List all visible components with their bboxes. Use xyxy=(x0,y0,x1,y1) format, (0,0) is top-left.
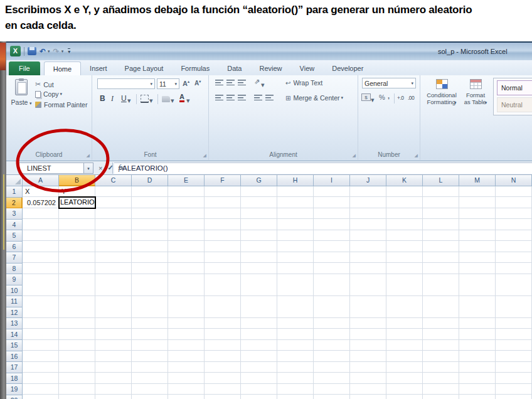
row-header-14[interactable]: 14 xyxy=(6,329,23,341)
row-header-18[interactable]: 18 xyxy=(6,373,23,385)
column-header-e[interactable]: E xyxy=(168,175,205,186)
fill-color-icon[interactable] xyxy=(162,96,170,102)
increase-decimal-button[interactable]: +.0 xyxy=(397,95,404,101)
column-header-i[interactable]: I xyxy=(314,175,350,186)
merge-center-button[interactable]: ⊞ Merge & Center ▾ xyxy=(285,94,343,102)
column-header-l[interactable]: L xyxy=(423,175,459,186)
cell-a1[interactable]: X xyxy=(23,186,58,198)
tab-page-layout[interactable]: Page Layout xyxy=(116,61,173,75)
cancel-button[interactable]: × xyxy=(98,164,102,172)
row-header-5[interactable]: 5 xyxy=(6,230,23,242)
chevron-down-icon[interactable]: ▾ xyxy=(186,97,190,105)
customize-quick-access-icon[interactable]: ▾ xyxy=(68,48,70,55)
align-left-icon[interactable] xyxy=(215,95,223,100)
number-format-combo[interactable]: General ▾ xyxy=(362,78,416,88)
dialog-launcher-icon[interactable]: ◢ xyxy=(353,153,356,158)
cell-a2[interactable]: 0.057202 xyxy=(23,198,58,209)
cell-b1[interactable]: Y xyxy=(59,186,95,198)
tab-review[interactable]: Review xyxy=(250,61,290,75)
insert-function-button[interactable]: fx xyxy=(119,163,124,173)
row-header-15[interactable]: 15 xyxy=(6,340,23,351)
chevron-down-icon[interactable]: ▾ xyxy=(149,97,153,105)
column-header-d[interactable]: D xyxy=(132,175,168,186)
paste-button[interactable]: Paste ▾ xyxy=(10,78,33,117)
tab-formulas[interactable]: Formulas xyxy=(172,61,218,75)
row-header-12[interactable]: 12 xyxy=(6,307,23,319)
undo-dropdown-icon[interactable]: ▾ xyxy=(48,49,50,54)
row-header-19[interactable]: 19 xyxy=(6,384,23,395)
tab-data[interactable]: Data xyxy=(218,61,250,75)
row-header-9[interactable]: 9 xyxy=(6,274,23,285)
style-normal[interactable]: Normal xyxy=(497,80,532,95)
comma-button[interactable]: , xyxy=(388,92,390,100)
format-as-table-button[interactable]: Format as Table▾ xyxy=(460,78,491,106)
chevron-down-icon[interactable]: ▾ xyxy=(261,81,265,89)
column-header-m[interactable]: M xyxy=(459,175,496,186)
name-box[interactable]: LINEST xyxy=(19,162,84,174)
underline-button[interactable]: U xyxy=(121,94,127,103)
row-header-3[interactable]: 3 xyxy=(6,208,23,220)
row-header-16[interactable]: 16 xyxy=(6,351,23,363)
style-neutral[interactable]: Neutral xyxy=(497,97,532,112)
save-icon[interactable] xyxy=(28,47,36,55)
tab-file[interactable]: File xyxy=(9,61,40,75)
row-header-17[interactable]: 17 xyxy=(6,362,23,373)
row-header-11[interactable]: 11 xyxy=(6,296,23,307)
copy-button[interactable]: Copy ▾ xyxy=(35,90,62,98)
tab-view[interactable]: View xyxy=(291,61,324,75)
excel-logo-icon[interactable]: X xyxy=(10,46,21,56)
enter-button[interactable]: ✓ xyxy=(107,164,113,172)
align-top-icon[interactable] xyxy=(215,80,223,85)
align-bottom-icon[interactable] xyxy=(238,80,246,85)
column-header-a[interactable]: A xyxy=(23,175,59,186)
column-header-f[interactable]: F xyxy=(205,175,241,186)
wrap-text-button[interactable]: ↩ Wrap Text xyxy=(285,79,322,87)
font-name-combo[interactable]: ▾ xyxy=(97,78,155,89)
edit-cell-b2[interactable]: LEATORIO( xyxy=(58,196,96,209)
select-all-corner[interactable] xyxy=(6,175,23,186)
row-header-20[interactable]: 20 xyxy=(6,395,23,399)
chevron-down-icon[interactable]: ▾ xyxy=(171,97,174,105)
borders-icon[interactable] xyxy=(141,95,149,103)
column-header-n[interactable]: N xyxy=(496,175,532,186)
dialog-launcher-icon[interactable]: ◢ xyxy=(203,153,206,158)
tab-insert[interactable]: Insert xyxy=(81,61,116,75)
redo-icon[interactable]: ↷ xyxy=(53,47,60,56)
increase-indent-icon[interactable] xyxy=(265,95,274,100)
shrink-font-icon[interactable]: A▾ xyxy=(194,79,201,87)
accounting-format-icon[interactable]: $ xyxy=(361,93,371,101)
conditional-formatting-button[interactable]: Conditional Formatting▾ xyxy=(425,78,458,106)
decrease-indent-icon[interactable] xyxy=(254,95,262,100)
row-header-4[interactable]: 4 xyxy=(6,220,23,231)
row-header-7[interactable]: 7 xyxy=(6,252,23,263)
grow-font-icon[interactable]: A▴ xyxy=(183,79,189,87)
undo-icon[interactable]: ↶ xyxy=(40,47,46,56)
row-header-6[interactable]: 6 xyxy=(6,242,23,253)
row-header-2[interactable]: 2 xyxy=(6,198,23,209)
align-middle-icon[interactable] xyxy=(226,80,235,85)
tab-home[interactable]: Home xyxy=(44,61,81,75)
italic-button[interactable]: I xyxy=(111,94,114,104)
column-header-b[interactable]: B xyxy=(59,175,95,186)
row-header-1[interactable]: 1 xyxy=(6,186,23,198)
redo-dropdown-icon[interactable]: ▾ xyxy=(61,49,64,54)
percent-button[interactable]: % xyxy=(379,93,385,101)
dialog-launcher-icon[interactable]: ◢ xyxy=(87,153,90,158)
cut-button[interactable]: ✂ Cut xyxy=(35,80,54,88)
row-header-10[interactable]: 10 xyxy=(6,285,23,297)
formula-input[interactable]: =ALEATORIO() xyxy=(114,162,532,174)
orientation-icon[interactable]: ⇗ xyxy=(254,78,260,86)
dialog-launcher-icon[interactable]: ◢ xyxy=(415,153,418,158)
column-header-g[interactable]: G xyxy=(241,175,277,186)
font-color-icon[interactable]: A xyxy=(179,93,184,102)
name-box-dropdown-icon[interactable]: ▾ xyxy=(84,162,93,174)
chevron-down-icon[interactable]: ▾ xyxy=(371,96,375,104)
column-header-c[interactable]: C xyxy=(95,175,132,186)
column-header-h[interactable]: H xyxy=(277,175,314,186)
column-header-j[interactable]: J xyxy=(350,175,386,186)
font-size-combo[interactable]: 11 ▾ xyxy=(157,78,179,89)
row-header-13[interactable]: 13 xyxy=(6,318,23,329)
tab-developer[interactable]: Developer xyxy=(323,61,372,75)
format-painter-button[interactable]: Format Painter xyxy=(35,101,87,109)
chevron-down-icon[interactable]: ▾ xyxy=(127,97,131,105)
